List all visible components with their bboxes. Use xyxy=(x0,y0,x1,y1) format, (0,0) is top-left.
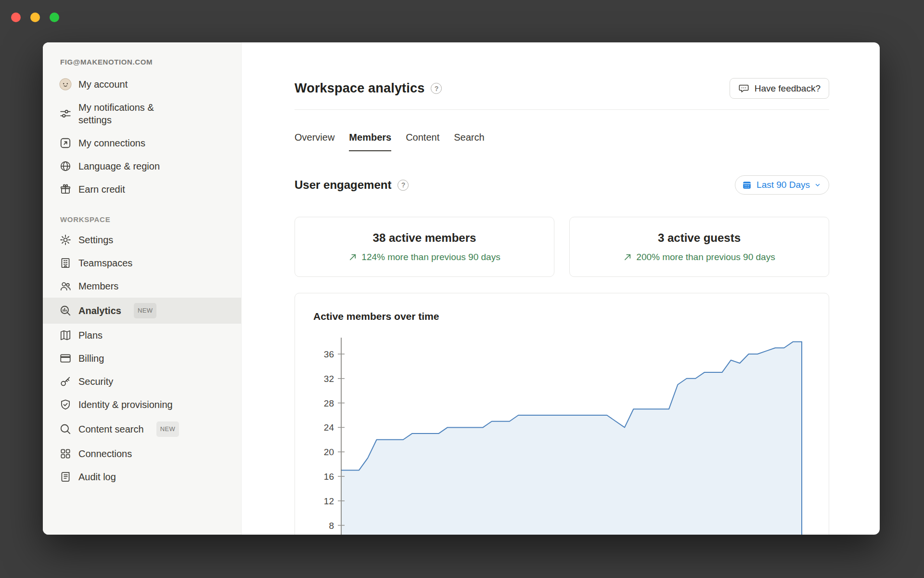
sidebar-item-label: Plans xyxy=(78,329,103,342)
globe-icon xyxy=(59,160,72,172)
chevron-down-icon xyxy=(814,182,821,188)
svg-text:36: 36 xyxy=(324,349,334,359)
sidebar-item-label: Connections xyxy=(78,447,132,460)
svg-text:16: 16 xyxy=(324,472,334,482)
delta-text: 200% more than previous 90 days xyxy=(636,252,775,263)
sidebar-item-label: Language & region xyxy=(78,160,160,172)
sidebar-item-teamspaces[interactable]: Teamspaces xyxy=(43,251,241,275)
chart-magnifier-icon xyxy=(59,304,72,317)
sidebar-item-language-region[interactable]: Language & region xyxy=(43,155,241,178)
sidebar-item-members[interactable]: Members xyxy=(43,275,241,298)
key-icon xyxy=(59,375,72,388)
sidebar-item-billing[interactable]: Billing xyxy=(43,347,241,370)
sidebar-item-content-search[interactable]: Content search NEW xyxy=(43,416,241,442)
svg-text:20: 20 xyxy=(324,447,334,457)
sidebar-item-connections[interactable]: Connections xyxy=(43,442,241,465)
sidebar-item-my-notifications-settings[interactable]: My notifications & settings xyxy=(43,96,241,131)
sidebar-item-identity-provisioning[interactable]: Identity & provisioning xyxy=(43,393,241,416)
active-guests-card: 3 active guests 200% more than previous … xyxy=(569,217,829,277)
shield-check-icon xyxy=(59,398,72,411)
minimize-button[interactable] xyxy=(30,13,40,22)
sidebar-item-label: Billing xyxy=(78,352,104,365)
map-icon xyxy=(59,329,72,342)
active-guests-value: 3 active guests xyxy=(575,231,824,245)
active-members-chart-card: Active members over time 363228242016128 xyxy=(295,293,829,535)
active-members-value: 38 active members xyxy=(300,231,549,245)
notion-settings-window: FIG@MAKENOTION.COM My account My notific… xyxy=(43,42,880,535)
active-members-card: 38 active members 124% more than previou… xyxy=(295,217,554,277)
magnifier-icon xyxy=(59,423,72,435)
svg-text:12: 12 xyxy=(324,496,334,506)
sidebar-item-label: Earn credit xyxy=(78,183,125,196)
tab-content[interactable]: Content xyxy=(406,132,439,151)
svg-text:32: 32 xyxy=(324,374,334,384)
account-email: FIG@MAKENOTION.COM xyxy=(43,55,241,73)
tab-search[interactable]: Search xyxy=(454,132,484,151)
active-members-delta: 124% more than previous 90 days xyxy=(300,252,549,263)
active-members-chart: 363228242016128 xyxy=(313,334,829,535)
svg-text:8: 8 xyxy=(329,521,334,531)
people-icon xyxy=(59,280,72,292)
sidebar-item-audit-log[interactable]: Audit log xyxy=(43,465,241,488)
account-section: My account My notifications & settings M… xyxy=(43,73,241,201)
sidebar-item-label: My notifications & settings xyxy=(78,101,185,126)
sidebar-item-settings[interactable]: Settings xyxy=(43,228,241,251)
sidebar-item-my-connections[interactable]: My connections xyxy=(43,131,241,155)
calendar-icon xyxy=(742,180,752,190)
chart-title: Active members over time xyxy=(313,311,829,322)
credit-card-icon xyxy=(59,352,72,365)
date-range-dropdown[interactable]: Last 90 Days xyxy=(735,175,829,195)
sidebar-item-label: My account xyxy=(78,78,128,91)
sidebar-item-label: Audit log xyxy=(78,471,116,483)
sidebar-item-label: My connections xyxy=(78,137,145,149)
zoom-button[interactable] xyxy=(50,13,59,22)
tab-overview[interactable]: Overview xyxy=(295,132,334,151)
gift-icon xyxy=(59,183,72,196)
trend-up-icon xyxy=(348,253,357,262)
date-range-label: Last 90 Days xyxy=(757,180,810,190)
svg-text:24: 24 xyxy=(324,422,334,433)
feedback-button-label: Have feedback? xyxy=(755,83,821,94)
building-icon xyxy=(59,257,72,269)
page-header: Workspace analytics ? Have feedback? xyxy=(295,78,829,99)
close-button[interactable] xyxy=(11,13,21,22)
new-badge: NEW xyxy=(156,421,180,437)
header-divider xyxy=(295,109,829,110)
user-engagement-title: User engagement xyxy=(295,178,391,192)
grid-icon xyxy=(59,447,72,460)
sidebar-item-earn-credit[interactable]: Earn credit xyxy=(43,178,241,201)
trend-up-icon xyxy=(623,253,632,262)
sidebar-item-label: Security xyxy=(78,375,113,388)
workspace-section: Settings Teamspaces Members Analytics xyxy=(43,228,241,488)
svg-text:28: 28 xyxy=(324,398,334,408)
help-icon[interactable]: ? xyxy=(431,83,442,94)
sidebar-item-label: Members xyxy=(78,280,118,292)
tab-members[interactable]: Members xyxy=(349,132,391,151)
window-controls xyxy=(11,13,59,22)
gear-icon xyxy=(59,234,72,246)
sliders-icon xyxy=(59,107,72,120)
sidebar-item-label: Analytics xyxy=(78,304,121,317)
stat-cards: 38 active members 124% more than previou… xyxy=(295,217,829,277)
sidebar-item-label: Content search xyxy=(78,423,144,435)
page-title: Workspace analytics xyxy=(295,81,424,96)
help-icon[interactable]: ? xyxy=(398,180,409,191)
area-chart: 363228242016128 xyxy=(313,334,828,535)
sidebar-item-analytics[interactable]: Analytics NEW xyxy=(43,298,241,324)
sidebar-item-label: Identity & provisioning xyxy=(78,398,173,411)
sidebar-item-label: Settings xyxy=(78,234,113,246)
active-guests-delta: 200% more than previous 90 days xyxy=(575,252,824,263)
user-engagement-header: User engagement ? Last 90 Days xyxy=(295,175,829,195)
sidebar-item-security[interactable]: Security xyxy=(43,370,241,393)
sidebar-item-label: Teamspaces xyxy=(78,257,132,269)
analytics-main: Workspace analytics ? Have feedback? Ove… xyxy=(242,42,880,535)
sidebar-item-plans[interactable]: Plans xyxy=(43,324,241,347)
arrow-up-right-icon xyxy=(59,137,72,149)
account-avatar xyxy=(59,78,72,91)
sidebar-item-my-account[interactable]: My account xyxy=(43,73,241,96)
workspace-section-label: WORKSPACE xyxy=(43,215,241,228)
speech-bubble-icon xyxy=(738,83,749,94)
settings-sidebar: FIG@MAKENOTION.COM My account My notific… xyxy=(43,42,242,535)
delta-text: 124% more than previous 90 days xyxy=(361,252,500,263)
have-feedback-button[interactable]: Have feedback? xyxy=(730,78,829,99)
